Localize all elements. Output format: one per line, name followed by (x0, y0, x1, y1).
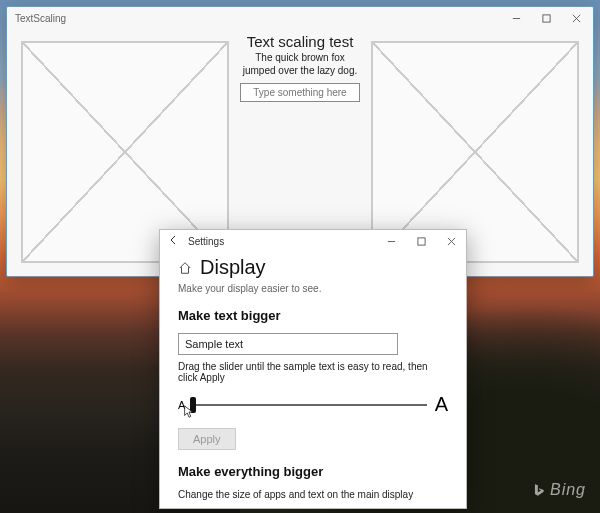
sample-text-preview: Sample text (178, 333, 398, 355)
settings-window-title: Settings (188, 236, 224, 247)
bing-watermark: Bing (532, 481, 586, 499)
slider-max-label: A (435, 393, 448, 416)
sample-line-1: The quick brown fox (243, 52, 358, 65)
page-subtitle: Make your display easier to see. (178, 283, 448, 294)
apply-button[interactable]: Apply (178, 428, 236, 450)
mouse-cursor-icon (183, 405, 195, 423)
settings-window-controls (376, 230, 466, 252)
center-column: Text scaling test The quick brown fox ju… (239, 33, 361, 102)
settings-close-button[interactable] (436, 230, 466, 252)
svg-rect-5 (417, 237, 424, 244)
textscaling-titlebar[interactable]: TextScaling (7, 7, 593, 29)
slider-track[interactable] (193, 404, 426, 406)
settings-maximize-button[interactable] (406, 230, 436, 252)
minimize-button[interactable] (501, 7, 531, 29)
svg-rect-1 (542, 14, 549, 21)
window-controls (501, 7, 591, 29)
settings-minimize-button[interactable] (376, 230, 406, 252)
sample-line-2: jumped over the lazy dog. (243, 65, 358, 78)
home-icon[interactable] (178, 261, 192, 275)
back-button[interactable] (168, 234, 180, 249)
settings-titlebar[interactable]: Settings (160, 230, 466, 252)
text-scale-slider[interactable]: A A (178, 393, 448, 416)
close-button[interactable] (561, 7, 591, 29)
app-heading: Text scaling test (247, 33, 354, 50)
section-make-everything-bigger: Make everything bigger (178, 464, 448, 479)
slider-instructions: Drag the slider until the sample text is… (178, 361, 448, 383)
page-title: Display (200, 256, 266, 279)
section-make-text-bigger: Make text bigger (178, 308, 448, 323)
sample-paragraph: The quick brown fox jumped over the lazy… (243, 52, 358, 77)
settings-window: Settings Display Make your display easie… (159, 229, 467, 509)
maximize-button[interactable] (531, 7, 561, 29)
textscaling-title: TextScaling (15, 13, 66, 24)
scale-instructions: Change the size of apps and text on the … (178, 489, 448, 500)
bing-label: Bing (550, 481, 586, 499)
sample-text-input[interactable] (240, 83, 360, 102)
